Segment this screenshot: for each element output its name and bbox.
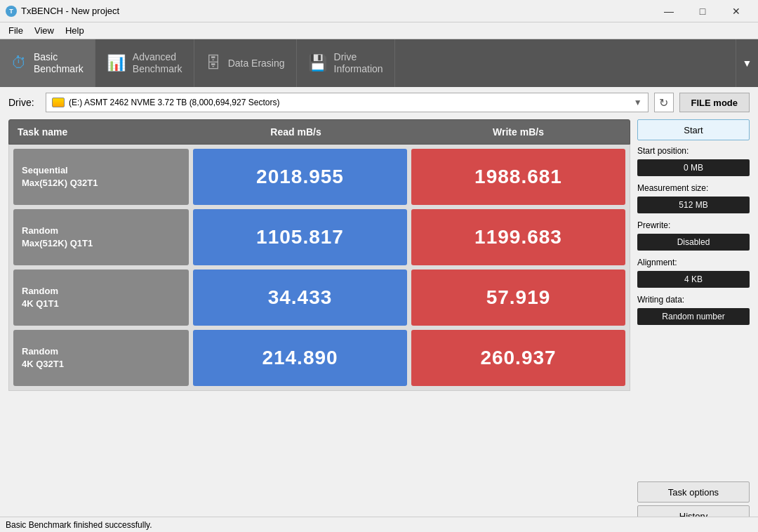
drive-label: Drive: (8, 97, 40, 108)
tab-drive-information[interactable]: 💾 Drive Information (297, 39, 395, 87)
writing-data-value: Random number (637, 308, 750, 325)
toolbar-more-dropdown[interactable]: ▼ (736, 39, 758, 87)
drive-select[interactable]: (E:) ASMT 2462 NVME 3.72 TB (8,000,694,9… (46, 93, 649, 112)
alignment-label: Alignment: (637, 255, 750, 268)
read-value-random-4k-q1t1: 34.433 (193, 270, 407, 326)
table-row: Random Max(512K) Q1T1 1105.817 1199.683 (13, 209, 625, 265)
drive-information-label: Drive Information (334, 51, 383, 75)
drive-information-icon: 💾 (308, 54, 327, 72)
minimize-button[interactable]: — (653, 0, 685, 22)
advanced-benchmark-icon: 📊 (107, 54, 126, 72)
write-value-random-4k-q32t1: 260.937 (411, 330, 625, 386)
prewrite-value: Disabled (637, 234, 750, 251)
maximize-button[interactable]: □ (686, 0, 719, 22)
tab-advanced-benchmark[interactable]: 📊 Advanced Benchmark (95, 39, 194, 87)
close-button[interactable]: ✕ (720, 0, 752, 22)
measurement-size-label: Measurement size: (637, 180, 750, 194)
start-button[interactable]: Start (637, 119, 750, 140)
table-row: Sequential Max(512K) Q32T1 2018.955 1988… (13, 149, 625, 205)
basic-benchmark-icon: ⏱ (11, 54, 27, 72)
data-erasing-icon: 🗄 (206, 54, 221, 72)
title-bar-left: T TxBENCH - New project (6, 6, 119, 17)
read-value-sequential: 2018.955 (193, 149, 407, 205)
benchmark-area: Task name Read mB/s Write mB/s Sequentia… (8, 119, 630, 526)
prewrite-label: Prewrite: (637, 218, 750, 231)
tab-data-erasing[interactable]: 🗄 Data Erasing (194, 39, 297, 87)
drive-refresh-button[interactable]: ↻ (654, 93, 674, 112)
read-value-random-512k: 1105.817 (193, 209, 407, 265)
write-value-sequential: 1988.681 (411, 149, 625, 205)
task-name-sequential: Sequential Max(512K) Q32T1 (13, 149, 189, 205)
drive-dropdown-arrow: ▼ (634, 98, 642, 107)
write-value-random-512k: 1199.683 (411, 209, 625, 265)
window-controls: — □ ✕ (653, 0, 752, 22)
menu-help[interactable]: Help (60, 24, 90, 37)
read-value-random-4k-q32t1: 214.890 (193, 330, 407, 386)
drive-icon (52, 98, 65, 107)
status-bar: Basic Benchmark finished successfully. (0, 517, 758, 532)
table-row: Random 4K Q32T1 214.890 260.937 (13, 330, 625, 386)
header-task-name: Task name (9, 126, 185, 138)
start-position-value: 0 MB (637, 159, 750, 176)
write-value-random-4k-q1t1: 57.919 (411, 270, 625, 326)
header-write: Write mB/s (407, 126, 630, 138)
menu-view[interactable]: View (29, 24, 60, 37)
writing-data-label: Writing data: (637, 292, 750, 305)
drive-value: (E:) ASMT 2462 NVME 3.72 TB (8,000,694,9… (69, 98, 279, 107)
tab-basic-benchmark[interactable]: ⏱ Basic Benchmark (0, 39, 95, 87)
header-read: Read mB/s (185, 126, 407, 138)
measurement-size-value: 512 MB (637, 197, 750, 213)
table-row: Random 4K Q1T1 34.433 57.919 (13, 270, 625, 326)
start-position-label: Start position: (637, 143, 750, 157)
drive-row: Drive: (E:) ASMT 2462 NVME 3.72 TB (8,00… (8, 93, 750, 112)
task-name-random-512k: Random Max(512K) Q1T1 (13, 209, 189, 265)
app-title: TxBENCH - New project (21, 6, 119, 16)
toolbar: ⏱ Basic Benchmark 📊 Advanced Benchmark 🗄… (0, 39, 758, 87)
status-text: Basic Benchmark finished successfully. (6, 520, 152, 530)
main-content: Drive: (E:) ASMT 2462 NVME 3.72 TB (8,00… (0, 87, 758, 532)
benchmark-rows: Sequential Max(512K) Q32T1 2018.955 1988… (8, 145, 630, 391)
menu-file[interactable]: File (3, 24, 29, 37)
title-bar: T TxBENCH - New project — □ ✕ (0, 0, 758, 22)
refresh-icon: ↻ (659, 96, 668, 109)
sidebar: Start Start position: 0 MB Measurement s… (637, 119, 750, 526)
menu-bar: File View Help (0, 22, 758, 39)
task-name-random-4k-q1t1: Random 4K Q1T1 (13, 270, 189, 326)
benchmark-header: Task name Read mB/s Write mB/s (8, 119, 630, 145)
basic-benchmark-label: Basic Benchmark (34, 51, 84, 75)
task-options-button[interactable]: Task options (637, 481, 750, 503)
advanced-benchmark-label: Advanced Benchmark (133, 51, 182, 75)
app-icon: T (6, 6, 17, 17)
content-area: Task name Read mB/s Write mB/s Sequentia… (8, 119, 750, 526)
file-mode-button[interactable]: FILE mode (679, 93, 750, 112)
alignment-value: 4 KB (637, 271, 750, 288)
data-erasing-label: Data Erasing (228, 58, 285, 69)
task-name-random-4k-q32t1: Random 4K Q32T1 (13, 330, 189, 386)
